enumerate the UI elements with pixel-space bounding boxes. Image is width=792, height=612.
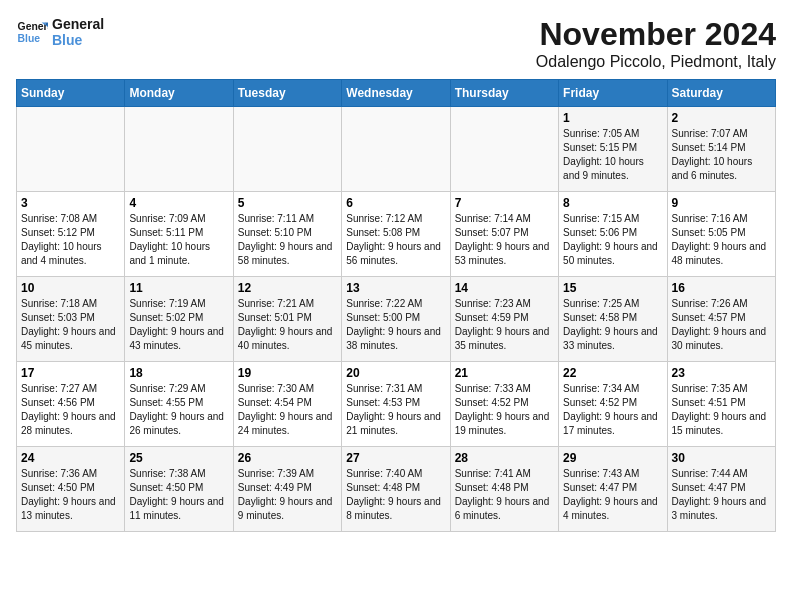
- month-title: November 2024: [536, 16, 776, 53]
- day-info: Sunrise: 7:15 AM Sunset: 5:06 PM Dayligh…: [563, 212, 662, 268]
- day-number: 13: [346, 281, 445, 295]
- day-info: Sunrise: 7:36 AM Sunset: 4:50 PM Dayligh…: [21, 467, 120, 523]
- day-number: 18: [129, 366, 228, 380]
- day-info: Sunrise: 7:41 AM Sunset: 4:48 PM Dayligh…: [455, 467, 554, 523]
- day-number: 3: [21, 196, 120, 210]
- calendar-cell: 27Sunrise: 7:40 AM Sunset: 4:48 PM Dayli…: [342, 447, 450, 532]
- day-number: 25: [129, 451, 228, 465]
- day-info: Sunrise: 7:30 AM Sunset: 4:54 PM Dayligh…: [238, 382, 337, 438]
- day-info: Sunrise: 7:44 AM Sunset: 4:47 PM Dayligh…: [672, 467, 771, 523]
- day-number: 2: [672, 111, 771, 125]
- calendar-cell: 13Sunrise: 7:22 AM Sunset: 5:00 PM Dayli…: [342, 277, 450, 362]
- calendar-cell: 10Sunrise: 7:18 AM Sunset: 5:03 PM Dayli…: [17, 277, 125, 362]
- logo: General Blue General Blue: [16, 16, 104, 48]
- calendar-cell: 3Sunrise: 7:08 AM Sunset: 5:12 PM Daylig…: [17, 192, 125, 277]
- logo-line2: Blue: [52, 32, 104, 48]
- calendar-cell: 2Sunrise: 7:07 AM Sunset: 5:14 PM Daylig…: [667, 107, 775, 192]
- week-row-3: 17Sunrise: 7:27 AM Sunset: 4:56 PM Dayli…: [17, 362, 776, 447]
- weekday-header-monday: Monday: [125, 80, 233, 107]
- day-info: Sunrise: 7:08 AM Sunset: 5:12 PM Dayligh…: [21, 212, 120, 268]
- day-number: 1: [563, 111, 662, 125]
- calendar-table: SundayMondayTuesdayWednesdayThursdayFrid…: [16, 79, 776, 532]
- weekday-header-sunday: Sunday: [17, 80, 125, 107]
- calendar-cell: 16Sunrise: 7:26 AM Sunset: 4:57 PM Dayli…: [667, 277, 775, 362]
- day-info: Sunrise: 7:43 AM Sunset: 4:47 PM Dayligh…: [563, 467, 662, 523]
- day-number: 28: [455, 451, 554, 465]
- day-number: 6: [346, 196, 445, 210]
- calendar-cell: 5Sunrise: 7:11 AM Sunset: 5:10 PM Daylig…: [233, 192, 341, 277]
- calendar-cell: 14Sunrise: 7:23 AM Sunset: 4:59 PM Dayli…: [450, 277, 558, 362]
- calendar-cell: [450, 107, 558, 192]
- day-info: Sunrise: 7:22 AM Sunset: 5:00 PM Dayligh…: [346, 297, 445, 353]
- weekday-header-wednesday: Wednesday: [342, 80, 450, 107]
- calendar-cell: 19Sunrise: 7:30 AM Sunset: 4:54 PM Dayli…: [233, 362, 341, 447]
- week-row-2: 10Sunrise: 7:18 AM Sunset: 5:03 PM Dayli…: [17, 277, 776, 362]
- day-info: Sunrise: 7:21 AM Sunset: 5:01 PM Dayligh…: [238, 297, 337, 353]
- calendar-cell: 17Sunrise: 7:27 AM Sunset: 4:56 PM Dayli…: [17, 362, 125, 447]
- calendar-cell: 4Sunrise: 7:09 AM Sunset: 5:11 PM Daylig…: [125, 192, 233, 277]
- calendar-cell: 26Sunrise: 7:39 AM Sunset: 4:49 PM Dayli…: [233, 447, 341, 532]
- calendar-cell: 8Sunrise: 7:15 AM Sunset: 5:06 PM Daylig…: [559, 192, 667, 277]
- day-info: Sunrise: 7:23 AM Sunset: 4:59 PM Dayligh…: [455, 297, 554, 353]
- week-row-1: 3Sunrise: 7:08 AM Sunset: 5:12 PM Daylig…: [17, 192, 776, 277]
- day-number: 5: [238, 196, 337, 210]
- day-info: Sunrise: 7:05 AM Sunset: 5:15 PM Dayligh…: [563, 127, 662, 183]
- calendar-cell: 24Sunrise: 7:36 AM Sunset: 4:50 PM Dayli…: [17, 447, 125, 532]
- day-number: 16: [672, 281, 771, 295]
- calendar-cell: 22Sunrise: 7:34 AM Sunset: 4:52 PM Dayli…: [559, 362, 667, 447]
- week-row-4: 24Sunrise: 7:36 AM Sunset: 4:50 PM Dayli…: [17, 447, 776, 532]
- calendar-cell: [17, 107, 125, 192]
- calendar-cell: 9Sunrise: 7:16 AM Sunset: 5:05 PM Daylig…: [667, 192, 775, 277]
- calendar-cell: 20Sunrise: 7:31 AM Sunset: 4:53 PM Dayli…: [342, 362, 450, 447]
- logo-icon: General Blue: [16, 16, 48, 48]
- day-info: Sunrise: 7:34 AM Sunset: 4:52 PM Dayligh…: [563, 382, 662, 438]
- weekday-header-friday: Friday: [559, 80, 667, 107]
- logo-line1: General: [52, 16, 104, 32]
- calendar-cell: 25Sunrise: 7:38 AM Sunset: 4:50 PM Dayli…: [125, 447, 233, 532]
- calendar-cell: 11Sunrise: 7:19 AM Sunset: 5:02 PM Dayli…: [125, 277, 233, 362]
- day-number: 8: [563, 196, 662, 210]
- day-info: Sunrise: 7:26 AM Sunset: 4:57 PM Dayligh…: [672, 297, 771, 353]
- day-number: 7: [455, 196, 554, 210]
- day-info: Sunrise: 7:27 AM Sunset: 4:56 PM Dayligh…: [21, 382, 120, 438]
- svg-text:Blue: Blue: [18, 33, 41, 44]
- day-info: Sunrise: 7:25 AM Sunset: 4:58 PM Dayligh…: [563, 297, 662, 353]
- calendar-cell: 18Sunrise: 7:29 AM Sunset: 4:55 PM Dayli…: [125, 362, 233, 447]
- day-number: 23: [672, 366, 771, 380]
- day-info: Sunrise: 7:07 AM Sunset: 5:14 PM Dayligh…: [672, 127, 771, 183]
- calendar-cell: [125, 107, 233, 192]
- day-number: 30: [672, 451, 771, 465]
- day-info: Sunrise: 7:33 AM Sunset: 4:52 PM Dayligh…: [455, 382, 554, 438]
- day-info: Sunrise: 7:12 AM Sunset: 5:08 PM Dayligh…: [346, 212, 445, 268]
- calendar-cell: 7Sunrise: 7:14 AM Sunset: 5:07 PM Daylig…: [450, 192, 558, 277]
- day-number: 20: [346, 366, 445, 380]
- day-number: 22: [563, 366, 662, 380]
- day-number: 11: [129, 281, 228, 295]
- day-number: 10: [21, 281, 120, 295]
- day-info: Sunrise: 7:14 AM Sunset: 5:07 PM Dayligh…: [455, 212, 554, 268]
- calendar-cell: 12Sunrise: 7:21 AM Sunset: 5:01 PM Dayli…: [233, 277, 341, 362]
- weekday-header-thursday: Thursday: [450, 80, 558, 107]
- weekday-header-tuesday: Tuesday: [233, 80, 341, 107]
- day-info: Sunrise: 7:16 AM Sunset: 5:05 PM Dayligh…: [672, 212, 771, 268]
- day-number: 14: [455, 281, 554, 295]
- day-number: 26: [238, 451, 337, 465]
- day-number: 27: [346, 451, 445, 465]
- day-info: Sunrise: 7:19 AM Sunset: 5:02 PM Dayligh…: [129, 297, 228, 353]
- day-number: 19: [238, 366, 337, 380]
- title-section: November 2024 Odalengo Piccolo, Piedmont…: [536, 16, 776, 71]
- calendar-cell: 23Sunrise: 7:35 AM Sunset: 4:51 PM Dayli…: [667, 362, 775, 447]
- weekday-header-row: SundayMondayTuesdayWednesdayThursdayFrid…: [17, 80, 776, 107]
- calendar-cell: 1Sunrise: 7:05 AM Sunset: 5:15 PM Daylig…: [559, 107, 667, 192]
- day-number: 4: [129, 196, 228, 210]
- day-info: Sunrise: 7:35 AM Sunset: 4:51 PM Dayligh…: [672, 382, 771, 438]
- calendar-cell: [342, 107, 450, 192]
- calendar-cell: 30Sunrise: 7:44 AM Sunset: 4:47 PM Dayli…: [667, 447, 775, 532]
- day-info: Sunrise: 7:31 AM Sunset: 4:53 PM Dayligh…: [346, 382, 445, 438]
- day-number: 17: [21, 366, 120, 380]
- day-info: Sunrise: 7:11 AM Sunset: 5:10 PM Dayligh…: [238, 212, 337, 268]
- day-info: Sunrise: 7:29 AM Sunset: 4:55 PM Dayligh…: [129, 382, 228, 438]
- calendar-cell: 28Sunrise: 7:41 AM Sunset: 4:48 PM Dayli…: [450, 447, 558, 532]
- day-info: Sunrise: 7:38 AM Sunset: 4:50 PM Dayligh…: [129, 467, 228, 523]
- day-number: 24: [21, 451, 120, 465]
